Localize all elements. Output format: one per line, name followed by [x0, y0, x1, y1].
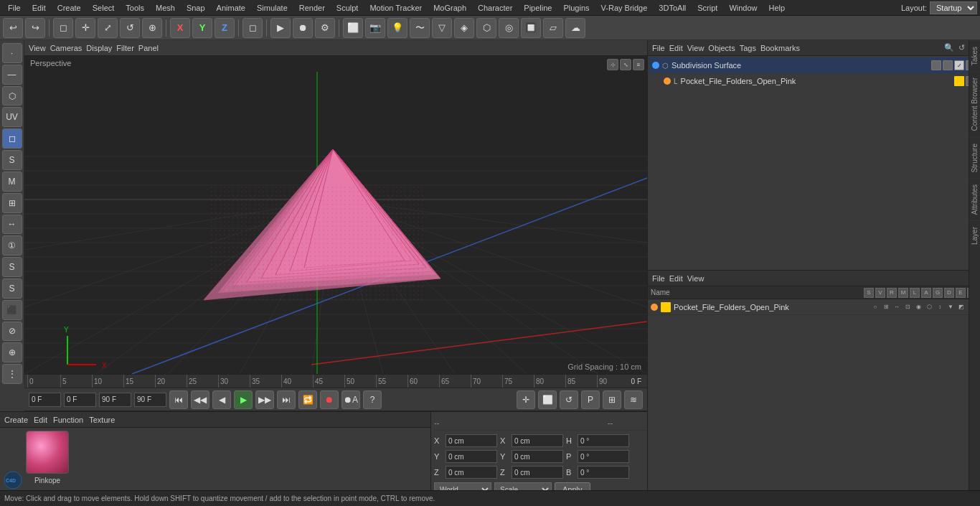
attr-icon-l[interactable]: L — [910, 288, 920, 298]
light-button[interactable]: 💡 — [387, 18, 407, 38]
coord-z-size[interactable] — [512, 466, 563, 479]
attr-state-4[interactable]: ⊡ — [903, 302, 913, 312]
om-menu-tags[interactable]: Tags — [740, 44, 756, 52]
vp-menu-btn[interactable]: ≡ — [633, 59, 644, 70]
menu-mesh[interactable]: Mesh — [151, 2, 180, 14]
deformer-button[interactable]: ▽ — [432, 18, 452, 38]
effector-button[interactable]: ◈ — [454, 18, 474, 38]
attr-state-6[interactable]: ⬡ — [924, 302, 934, 312]
transform-button[interactable]: ⊕ — [142, 18, 162, 38]
search-icon[interactable]: 🔍 — [944, 43, 954, 52]
menu-motion-tracker[interactable]: Motion Tracker — [364, 2, 427, 14]
render-settings-button[interactable]: ⚙ — [315, 18, 335, 38]
am-menu-edit[interactable]: Edit — [669, 274, 683, 283]
floor-button[interactable]: ▱ — [543, 18, 563, 38]
tweak-tool[interactable]: ↔ — [2, 215, 22, 235]
menu-simulate[interactable]: Simulate — [252, 2, 293, 14]
attr-icon-r[interactable]: R — [887, 288, 897, 298]
more-tool[interactable]: ⋮ — [2, 364, 22, 384]
tab-content-browser[interactable]: Content Browser — [969, 71, 980, 136]
go-to-start-button[interactable]: ⏮ — [169, 390, 188, 409]
om-menu-objects[interactable]: Objects — [708, 44, 735, 52]
layout-dropdown[interactable]: Startup — [930, 1, 977, 14]
vp-menu-cameras[interactable]: Cameras — [50, 44, 83, 52]
move-keyframe-button[interactable]: ✛ — [517, 390, 535, 409]
coord-x-pos[interactable] — [446, 434, 497, 447]
mat-menu-texture[interactable]: Texture — [89, 416, 115, 424]
end-frame-input[interactable] — [99, 393, 131, 407]
attr-state-7[interactable]: ↕ — [935, 302, 945, 312]
render-to-po-button[interactable]: ⏺ — [293, 18, 313, 38]
z-axis-button[interactable]: Z — [215, 18, 235, 38]
menu-render[interactable]: Render — [294, 2, 330, 14]
coord-y-size[interactable] — [512, 450, 563, 463]
om-menu-bookmarks[interactable]: Bookmarks — [760, 44, 800, 52]
go-to-end-button[interactable]: ⏭ — [277, 390, 296, 409]
y-axis-button[interactable]: Y — [192, 18, 212, 38]
clone-tool[interactable]: ⊕ — [2, 342, 22, 362]
cube-button[interactable]: ⬜ — [343, 18, 363, 38]
motion-clip-button[interactable]: P — [581, 390, 600, 409]
menu-tools[interactable]: Tools — [121, 2, 149, 14]
am-menu-view[interactable]: View — [687, 274, 705, 283]
mat-menu-function[interactable]: Function — [53, 416, 83, 424]
attr-icon-d[interactable]: D — [944, 288, 954, 298]
attr-icon-g[interactable]: G — [933, 288, 943, 298]
om-menu-view[interactable]: View — [687, 44, 705, 52]
redo-button[interactable]: ↪ — [25, 18, 45, 38]
play-back-button[interactable]: ◀ — [212, 390, 231, 409]
menu-sculpt[interactable]: Sculpt — [331, 2, 364, 14]
pocket-material-box[interactable] — [954, 76, 964, 86]
tab-structure[interactable]: Structure — [969, 137, 980, 179]
obj-ctrl-active[interactable]: ✓ — [954, 60, 964, 70]
vp-expand-btn[interactable]: ⤡ — [620, 59, 631, 70]
vp-nav-btn[interactable]: ⊹ — [607, 59, 618, 70]
mode-points[interactable]: · — [2, 43, 22, 63]
tab-attributes[interactable]: Attributes — [969, 178, 980, 220]
material-swatch[interactable] — [26, 431, 69, 474]
object-pocket-file[interactable]: L Pocket_File_Folders_Open_Pink … — [649, 73, 979, 89]
refresh-icon[interactable]: ↺ — [958, 43, 965, 52]
solo-tool[interactable]: ① — [2, 235, 22, 256]
record-button[interactable]: ⏺ — [320, 390, 339, 409]
menu-3dtoall[interactable]: 3DToAll — [654, 2, 691, 14]
vp-menu-display[interactable]: Display — [86, 44, 112, 52]
camera-button[interactable]: 📷 — [365, 18, 385, 38]
om-menu-edit[interactable]: Edit — [669, 44, 683, 52]
attr-icon-v[interactable]: V — [875, 288, 885, 298]
am-menu-file[interactable]: File — [652, 274, 665, 283]
attr-icon-m[interactable]: M — [898, 288, 908, 298]
menu-create[interactable]: Create — [52, 2, 86, 14]
attr-state-8[interactable]: ▼ — [946, 302, 956, 312]
attr-icon-s[interactable]: S — [864, 288, 874, 298]
scale-tool-button[interactable]: ⤢ — [98, 18, 118, 38]
mat-menu-edit[interactable]: Edit — [34, 416, 47, 424]
obj-ctrl-s[interactable] — [931, 60, 941, 70]
fcurve-btn[interactable]: ≋ — [624, 390, 643, 409]
coord-y-pos[interactable] — [446, 450, 497, 463]
vp-menu-view[interactable]: View — [29, 44, 46, 52]
attr-object-row[interactable]: Pocket_File_Folders_Open_Pink ○ ⊞ ↔ ⊡ ◉ … — [648, 299, 980, 315]
texture-button[interactable]: 🔲 — [521, 18, 541, 38]
mode-uv[interactable]: UV — [2, 107, 22, 127]
coord-p-rot[interactable] — [578, 450, 629, 463]
sky-button[interactable]: ☁ — [565, 18, 585, 38]
menu-edit[interactable]: Edit — [27, 2, 51, 14]
mode-edges[interactable]: — — [2, 65, 22, 85]
preview-end-input[interactable] — [134, 393, 166, 407]
material-button[interactable]: ◎ — [499, 18, 519, 38]
select-tool-button[interactable]: ◻ — [53, 18, 73, 38]
menu-script[interactable]: Script — [692, 2, 722, 14]
menu-help[interactable]: Help — [764, 2, 791, 14]
tab-layer[interactable]: Layer — [969, 220, 980, 250]
menu-mograph[interactable]: MoGraph — [428, 2, 471, 14]
obj-ctrl-v[interactable] — [943, 60, 953, 70]
erase-tool[interactable]: ⊘ — [2, 322, 22, 342]
attr-state-5[interactable]: ◉ — [913, 302, 923, 312]
help-button[interactable]: ? — [363, 390, 382, 409]
menu-pipeline[interactable]: Pipeline — [519, 2, 557, 14]
spline-button[interactable]: 〜 — [410, 18, 430, 38]
render-preview-button[interactable]: ▶ — [270, 18, 291, 38]
timeline-mode-btn[interactable]: ⊞ — [603, 390, 621, 409]
mat-menu-create[interactable]: Create — [4, 416, 28, 424]
